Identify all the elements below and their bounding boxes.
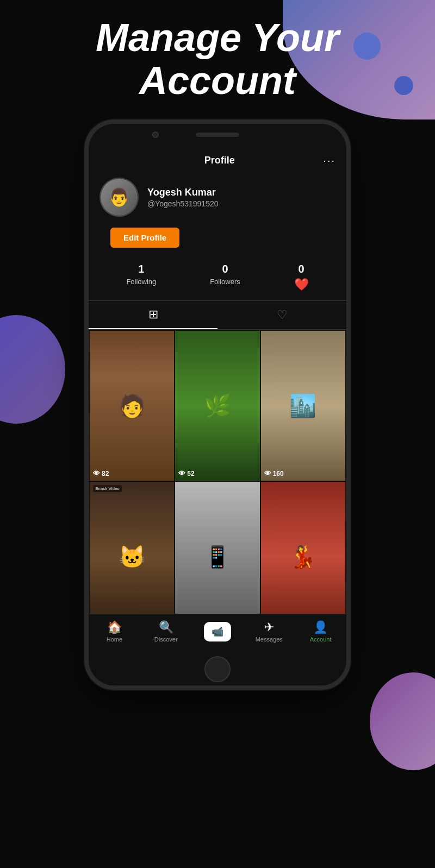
bottom-nav: 🏠 Home 🔍 Discover 📹 ✈ Messages 👤 Account [89,614,346,653]
video-thumb-2[interactable]: 🌿 👁 52 [175,331,259,481]
account-label: Account [310,636,332,643]
account-icon: 👤 [313,620,328,634]
phone-screen: Profile ··· 👨 Yogesh Kumar @Yogesh531991… [89,146,346,653]
likes-stat[interactable]: 0 ❤️ [294,263,309,292]
phone-camera [152,131,159,138]
nav-home[interactable]: 🏠 Home [98,620,130,643]
profile-header-title: Profile [116,155,323,166]
content-tabs: ⊞ ♡ [89,301,346,330]
camera-button[interactable]: 📹 [204,622,231,641]
phone-home-button[interactable] [204,656,231,682]
avatar-image: 👨 [101,179,138,216]
username: Yogesh Kumar [147,187,218,198]
phone-notch [89,124,346,146]
messages-icon: ✈ [264,620,274,634]
grid-icon: ⊞ [148,307,158,322]
thumb-overlay-5: 📱 [175,482,259,632]
followers-label: Followers [210,278,240,286]
liked-icon: ♡ [277,308,288,322]
camera-icon: 📹 [212,626,223,638]
following-label: Following [126,278,156,286]
stats-row: 1 Following 0 Followers 0 ❤️ [89,256,346,301]
likes-count: 0 [299,263,304,275]
thumb-overlay-1: 🧑 [90,331,174,481]
messages-label: Messages [256,636,283,643]
following-count: 1 [138,263,144,275]
nav-account[interactable]: 👤 Account [304,620,337,643]
followers-count: 0 [222,263,228,275]
heart-icon: ❤️ [294,278,309,292]
edit-profile-button[interactable]: Edit Profile [110,228,179,248]
home-label: Home [107,636,122,643]
eye-icon-2: 👁 [178,469,185,477]
eye-icon-1: 👁 [93,469,100,477]
phone-speaker [196,133,239,137]
video-views-1: 👁 82 [93,469,109,477]
user-handle: @Yogesh531991520 [147,199,218,208]
phone-device: Profile ··· 👨 Yogesh Kumar @Yogesh531991… [84,119,351,690]
thumb-overlay-4: 🐱 [90,482,174,632]
video-views-3: 👁 160 [264,469,284,477]
page-title: Manage Your Account [0,16,435,102]
blob-bottom-right [370,672,435,770]
nav-messages[interactable]: ✈ Messages [253,620,285,643]
thumb-overlay-6: 💃 [261,482,345,632]
user-info: 👨 Yogesh Kumar @Yogesh531991520 [89,171,346,223]
view-count-3: 160 [273,470,284,477]
avatar: 👨 [100,178,139,217]
discover-icon: 🔍 [159,620,173,634]
video-thumb-4[interactable]: Snack Video 🐱 👁 576 [90,482,174,632]
followers-stat[interactable]: 0 Followers [210,263,240,292]
profile-header: Profile ··· [89,146,346,171]
view-count-1: 82 [102,470,109,477]
nav-discover[interactable]: 🔍 Discover [150,620,182,643]
tab-liked[interactable]: ♡ [217,301,346,329]
following-stat[interactable]: 1 Following [126,263,156,292]
video-thumb-3[interactable]: 🏙️ 👁 160 [261,331,345,481]
nav-camera[interactable]: 📹 [201,622,234,641]
user-text: Yogesh Kumar @Yogesh531991520 [147,187,218,208]
video-thumb-6[interactable]: 💃 👁 350 [261,482,345,632]
thumb-overlay-3: 🏙️ [261,331,345,481]
video-thumb-1[interactable]: 🧑 👁 82 [90,331,174,481]
eye-icon-3: 👁 [264,469,271,477]
discover-label: Discover [154,636,178,643]
more-options-button[interactable]: ··· [323,154,335,167]
video-views-2: 👁 52 [178,469,194,477]
home-icon: 🏠 [107,620,122,634]
blob-left [0,315,65,424]
view-count-2: 52 [187,470,194,477]
phone-bottom [89,653,346,685]
tab-grid[interactable]: ⊞ [89,301,217,329]
video-grid: 🧑 👁 82 🌿 👁 52 🏙️ 👁 160 [89,330,346,633]
thumb-overlay-2: 🌿 [175,331,259,481]
video-thumb-5[interactable]: 📱 👁 56 [175,482,259,632]
